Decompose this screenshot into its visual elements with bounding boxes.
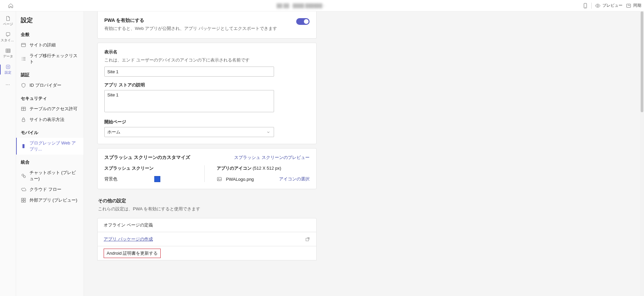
data-icon — [5, 48, 11, 53]
android-cert-row[interactable]: Android 証明書を更新する — [104, 249, 161, 258]
sync-icon — [626, 3, 631, 8]
section-security: セキュリティ — [16, 91, 84, 103]
svg-point-11 — [7, 66, 9, 68]
display-name-input[interactable] — [104, 67, 274, 77]
svg-rect-30 — [24, 201, 25, 202]
preview-label: プレビュー — [602, 3, 623, 8]
display-name-label: 表示名 — [104, 49, 310, 55]
sync-label: 同期 — [633, 3, 641, 8]
tablet-icon[interactable] — [583, 3, 588, 8]
eye-icon — [595, 3, 600, 8]
start-page-select[interactable]: ホーム — [104, 127, 274, 137]
splash-title: スプラッシュ スクリーンのカスタマイズ — [104, 155, 190, 161]
icon-filename: PWALogo.png — [226, 177, 254, 182]
svg-rect-12 — [21, 43, 25, 47]
section-general: 全般 — [16, 27, 84, 40]
sidebar-item-table-perms[interactable]: テーブルのアクセス許可 — [16, 103, 84, 114]
rail-more[interactable]: … — [0, 78, 16, 89]
chevron-down-icon — [266, 129, 271, 135]
breadcrumb: ██ ██ - ████ ██████ › — [19, 3, 583, 8]
home-icon[interactable] — [8, 3, 13, 8]
lock-icon — [21, 117, 26, 122]
phone-icon — [21, 143, 26, 149]
svg-point-26 — [23, 176, 25, 178]
bgcolor-swatch[interactable] — [154, 176, 160, 182]
splash-screen-label: スプラッシュ スクリーン — [104, 165, 198, 171]
svg-rect-3 — [627, 4, 631, 7]
scrollbar-track[interactable] — [640, 11, 644, 296]
shield-icon — [21, 83, 26, 88]
rail-data[interactable]: データ — [0, 46, 16, 61]
section-auth: 認証 — [16, 67, 84, 80]
separator — [591, 3, 592, 9]
pwa-enable-desc: 有効にすると、Web アプリが公開され、アプリ パッケージとしてエクスポートでき… — [104, 26, 286, 32]
sidebar-item-golive[interactable]: ライブ移行チェックリスト — [16, 50, 84, 67]
store-desc-input[interactable] — [104, 90, 274, 112]
svg-point-25 — [22, 174, 24, 176]
rail-styling[interactable]: スタイル... — [0, 30, 16, 45]
create-package-link[interactable]: アプリ パッケージの作成 — [104, 236, 153, 242]
sidebar-item-site-visibility[interactable]: サイトの表示方法 — [16, 114, 84, 125]
site-details-icon — [21, 42, 26, 48]
start-page-value: ホーム — [107, 129, 120, 135]
bgcolor-label: 背景色 — [104, 176, 117, 182]
svg-rect-24 — [22, 144, 24, 148]
splash-preview-link[interactable]: スプラッシュ スクリーンのプレビュー — [234, 155, 310, 161]
scrollbar-thumb[interactable] — [641, 11, 643, 112]
svg-rect-27 — [21, 198, 23, 200]
rail-pages[interactable]: ページ — [0, 13, 16, 29]
settings-icon — [5, 64, 11, 70]
sync-button[interactable]: 同期 — [626, 3, 641, 8]
other-settings-title: その他の設定 — [98, 198, 316, 204]
svg-point-2 — [597, 5, 599, 6]
preview-button[interactable]: プレビュー — [595, 3, 623, 8]
start-page-label: 開始ページ — [104, 119, 310, 125]
sidebar-item-idp[interactable]: ID プロバイダー — [16, 80, 84, 91]
sidebar-item-pwa[interactable]: プログレッシブ Web アプリ... — [16, 138, 84, 155]
page-icon — [5, 16, 11, 21]
svg-rect-4 — [6, 33, 10, 36]
pwa-enable-title: PWA を有効にする — [104, 17, 286, 24]
sidebar-item-chatbot[interactable]: チャットボット (プレビュー) — [16, 167, 84, 184]
store-desc-label: アプリ ストアの説明 — [104, 82, 310, 88]
external-link-icon — [305, 237, 310, 242]
sidebar-item-site-details[interactable]: サイトの詳細 — [16, 40, 84, 50]
svg-rect-5 — [6, 49, 10, 53]
image-icon — [217, 176, 222, 182]
create-package-row[interactable]: アプリ パッケージの作成 — [97, 232, 317, 246]
styling-icon — [5, 32, 11, 37]
app-icon-label: アプリのアイコン (512 X 512 px) — [217, 165, 310, 171]
table-icon — [21, 106, 26, 112]
cloud-flow-icon — [21, 187, 26, 192]
display-name-desc: これは、エンド ユーザーのデバイスのアイコンの下に表示される名前です — [104, 57, 310, 63]
svg-rect-10 — [6, 65, 10, 69]
sidebar-item-cloud-flow[interactable]: クラウド フロー — [16, 184, 84, 195]
sidebar-title: 設定 — [16, 11, 84, 27]
offline-pages-row[interactable]: オフライン ページの定義 — [97, 218, 317, 232]
other-settings-desc: これらの設定は、PWA を有効にすると使用できます — [98, 206, 316, 212]
icon-select-link[interactable]: アイコンの選択 — [279, 176, 310, 182]
sidebar-item-external-apps[interactable]: 外部アプリ (プレビュー) — [16, 195, 84, 206]
section-mobile: モバイル — [16, 125, 84, 138]
pwa-enable-toggle[interactable] — [296, 18, 310, 25]
svg-rect-28 — [24, 198, 25, 200]
rail-settings[interactable]: 設定 — [0, 62, 16, 77]
chatbot-icon — [21, 173, 26, 178]
android-cert-container: Android 証明書を更新する — [97, 246, 317, 260]
checklist-icon — [21, 56, 26, 61]
svg-point-32 — [218, 178, 219, 179]
section-integration: 統合 — [16, 155, 84, 167]
apps-icon — [21, 198, 26, 203]
svg-rect-23 — [22, 119, 25, 122]
svg-rect-29 — [21, 201, 23, 202]
